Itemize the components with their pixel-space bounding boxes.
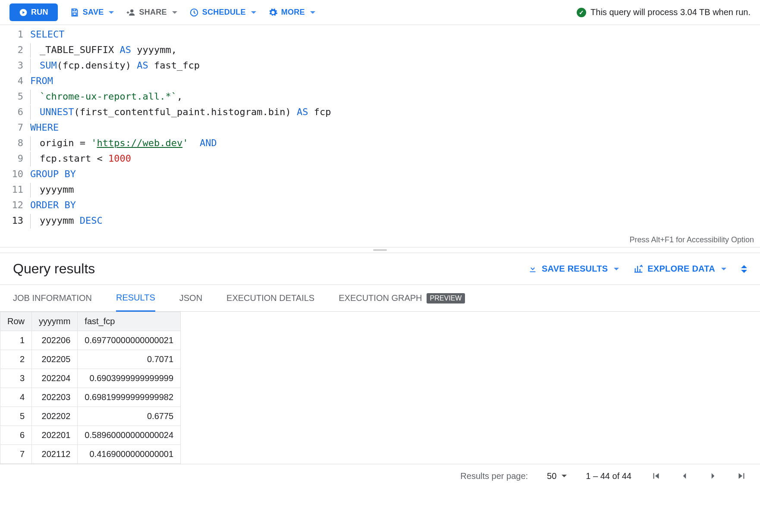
caret-down-icon	[310, 11, 315, 14]
table-cell: 202201	[32, 426, 78, 445]
editor-line[interactable]: 2_TABLE_SUFFIX AS yyyymm,	[0, 42, 760, 58]
last-page-icon	[736, 470, 747, 482]
editor-line[interactable]: 8origin = 'https://web.dev' AND	[0, 135, 760, 151]
table-row[interactable]: 72021120.4169000000000001	[0, 445, 181, 464]
pane-resizer[interactable]	[0, 247, 760, 253]
table-cell: 202112	[32, 445, 78, 464]
code-content: SUM(fcp.density) AS fast_fcp	[30, 58, 200, 73]
column-header[interactable]: Row	[0, 312, 32, 331]
chevron-up-icon	[741, 265, 747, 268]
column-header[interactable]: fast_fcp	[78, 312, 181, 331]
table-row[interactable]: 42022030.69819999999999982	[0, 388, 181, 407]
editor-line[interactable]: 5`chrome-ux-report.all.*`,	[0, 89, 760, 104]
code-content: `chrome-ux-report.all.*`,	[30, 89, 182, 104]
grip-icon	[373, 249, 387, 251]
line-number: 8	[0, 135, 30, 151]
line-number: 5	[0, 89, 30, 104]
editor-line[interactable]: 6UNNEST(first_contentful_paint.histogram…	[0, 104, 760, 120]
more-button[interactable]: MORE	[268, 8, 315, 17]
table-cell: 6	[0, 426, 32, 445]
status-text: This query will process 3.04 TB when run…	[590, 7, 751, 17]
editor-line[interactable]: 7WHERE	[0, 120, 760, 135]
line-number: 12	[0, 197, 30, 213]
table-row[interactable]: 12022060.69770000000000021	[0, 331, 181, 350]
code-content: SELECT	[30, 27, 64, 42]
tab-job-information[interactable]: JOB INFORMATION	[13, 285, 92, 311]
table-cell: 0.6775	[78, 407, 181, 426]
schedule-icon	[189, 8, 199, 17]
code-content: yyyymm	[30, 182, 74, 197]
last-page-button[interactable]	[736, 470, 747, 482]
code-content: UNNEST(first_contentful_paint.histogram.…	[30, 104, 331, 120]
table-cell: 0.4169000000000001	[78, 445, 181, 464]
table-cell: 0.6903999999999999	[78, 369, 181, 388]
query-status: ✓ This query will process 3.04 TB when r…	[577, 7, 751, 17]
caret-down-icon	[172, 11, 177, 14]
results-table-wrap[interactable]: Rowyyyymmfast_fcp12022060.69770000000000…	[0, 312, 760, 464]
next-page-button[interactable]	[707, 470, 719, 482]
table-cell: 0.7071	[78, 350, 181, 369]
code-content: FROM	[30, 73, 53, 89]
code-content: origin = 'https://web.dev' AND	[30, 135, 217, 151]
tab-results[interactable]: RESULTS	[116, 285, 155, 312]
editor-line[interactable]: 11yyyymm	[0, 182, 760, 197]
code-content: WHERE	[30, 120, 59, 135]
svg-point-2	[131, 9, 134, 12]
editor-line[interactable]: 13yyyymm DESC	[0, 213, 760, 228]
save-icon	[70, 8, 79, 17]
more-label: MORE	[281, 8, 305, 17]
first-page-button[interactable]	[650, 470, 662, 482]
save-results-button[interactable]: SAVE RESULTS	[528, 264, 619, 274]
editor-line[interactable]: 12ORDER BY	[0, 197, 760, 213]
save-results-label: SAVE RESULTS	[542, 264, 608, 274]
run-button[interactable]: RUN	[9, 3, 58, 21]
tab-execution-details[interactable]: EXECUTION DETAILS	[226, 285, 314, 311]
caret-down-icon	[614, 268, 619, 270]
table-row[interactable]: 52022020.6775	[0, 407, 181, 426]
editor-line[interactable]: 4FROM	[0, 73, 760, 89]
table-cell: 0.69819999999999982	[78, 388, 181, 407]
table-cell: 202205	[32, 350, 78, 369]
gear-icon	[268, 8, 278, 17]
editor-line[interactable]: 3SUM(fcp.density) AS fast_fcp	[0, 58, 760, 73]
editor-line[interactable]: 1SELECT	[0, 27, 760, 42]
line-number: 2	[0, 42, 30, 58]
per-page-select[interactable]: 50	[547, 471, 567, 481]
explore-data-button[interactable]: EXPLORE DATA	[634, 264, 726, 274]
tab-execution-graph[interactable]: EXECUTION GRAPH PREVIEW	[339, 285, 465, 311]
caret-down-icon	[251, 11, 256, 14]
line-number: 1	[0, 27, 30, 42]
tab-execution-graph-label: EXECUTION GRAPH	[339, 293, 422, 303]
caret-down-icon	[562, 475, 567, 477]
editor-line[interactable]: 9fcp.start < 1000	[0, 151, 760, 166]
prev-page-button[interactable]	[679, 470, 690, 482]
editor-line[interactable]: 10GROUP BY	[0, 166, 760, 182]
results-header: Query results SAVE RESULTS EXPLORE DATA	[0, 253, 760, 285]
toolbar: RUN SAVE SHARE SCHEDULE MORE ✓ This quer…	[0, 0, 760, 25]
schedule-button[interactable]: SCHEDULE	[189, 8, 256, 17]
line-number: 13	[0, 213, 30, 228]
line-number: 10	[0, 166, 30, 182]
table-cell: 0.58960000000000024	[78, 426, 181, 445]
tab-json[interactable]: JSON	[179, 285, 202, 311]
expand-collapse-button[interactable]	[741, 265, 747, 273]
line-number: 7	[0, 120, 30, 135]
table-row[interactable]: 22022050.7071	[0, 350, 181, 369]
table-row[interactable]: 32022040.6903999999999999	[0, 369, 181, 388]
schedule-label: SCHEDULE	[202, 8, 246, 17]
results-table: Rowyyyymmfast_fcp12022060.69770000000000…	[0, 312, 181, 464]
save-button[interactable]: SAVE	[70, 8, 114, 17]
accessibility-hint: Press Alt+F1 for Accessibility Option	[0, 233, 760, 247]
pager-nav	[650, 470, 747, 482]
code-content: ORDER BY	[30, 197, 76, 213]
save-label: SAVE	[83, 8, 104, 17]
share-button[interactable]: SHARE	[126, 8, 177, 17]
chevron-right-icon	[707, 470, 719, 482]
caret-down-icon	[109, 11, 114, 14]
table-row[interactable]: 62022010.58960000000000024	[0, 426, 181, 445]
first-page-icon	[650, 470, 662, 482]
pager: Results per page: 50 1 – 44 of 44	[0, 464, 760, 488]
download-icon	[528, 264, 537, 274]
sql-editor[interactable]: 1SELECT2_TABLE_SUFFIX AS yyyymm,3SUM(fcp…	[0, 25, 760, 233]
column-header[interactable]: yyyymm	[32, 312, 78, 331]
